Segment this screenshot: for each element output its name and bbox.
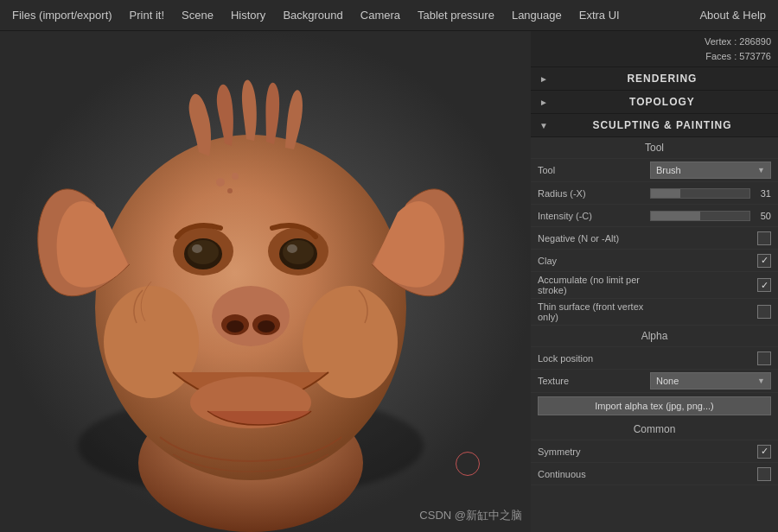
accumulate-checkbox[interactable]	[757, 278, 771, 292]
sculpting-title: SCULPTING & PAINTING	[555, 119, 769, 131]
menu-print[interactable]: Print it!	[121, 0, 173, 31]
radius-label: Radius (-X)	[538, 188, 650, 199]
alpha-subsection-label: Alpha	[531, 326, 778, 347]
svg-point-7	[188, 240, 219, 264]
svg-point-16	[258, 320, 275, 332]
menu-about[interactable]: About & Help	[691, 0, 775, 31]
accumulate-value	[650, 278, 771, 292]
intensity-value: 50	[650, 211, 771, 221]
svg-point-22	[227, 188, 233, 193]
sculpting-arrow: ▼	[539, 121, 548, 130]
lock-position-checkbox[interactable]	[757, 352, 771, 365]
svg-point-20	[216, 178, 225, 187]
menu-background[interactable]: Background	[274, 0, 351, 31]
radius-slider-container[interactable]: 31	[650, 188, 771, 199]
main-area: CSDN @新缸中之脑 Vertex : 286890 Faces : 5737…	[0, 31, 778, 532]
tool-prop-row: Tool Brush ▼	[531, 159, 778, 182]
radius-slider-num: 31	[754, 188, 771, 199]
creature-canvas: CSDN @新缸中之脑	[0, 31, 531, 532]
svg-point-12	[212, 286, 290, 346]
menu-tablet[interactable]: Tablet pressure	[409, 0, 503, 31]
intensity-label: Intensity (-C)	[538, 211, 650, 221]
negative-prop-row: Negative (N or -Alt)	[531, 227, 778, 250]
faces-stat: Faces : 573776	[538, 49, 771, 64]
menu-files[interactable]: Files (import/export)	[3, 0, 121, 31]
texture-dropdown-value: None	[656, 376, 679, 386]
svg-point-10	[283, 240, 314, 264]
rendering-title: RENDERING	[555, 73, 769, 85]
lock-position-value	[650, 352, 771, 365]
texture-label: Texture	[538, 376, 650, 386]
common-subsection-label: Common	[531, 419, 778, 440]
radius-slider-fill	[651, 189, 680, 198]
texture-dropdown[interactable]: None ▼	[650, 372, 771, 390]
continuous-value	[650, 467, 771, 481]
clay-value	[650, 254, 771, 268]
viewport[interactable]: CSDN @新缸中之脑	[0, 31, 531, 532]
topology-section-header[interactable]: ► TOPOLOGY	[531, 91, 778, 114]
tool-subsection-label: Tool	[531, 137, 778, 159]
thin-surface-prop-row: Thin surface (front vertex only)	[531, 299, 778, 326]
thin-surface-label: Thin surface (front vertex only)	[538, 301, 650, 322]
lock-position-prop-row: Lock position	[531, 347, 778, 370]
intensity-slider-fill	[651, 212, 700, 220]
symmetry-value	[650, 445, 771, 459]
menu-history[interactable]: History	[222, 0, 274, 31]
negative-label: Negative (N or -Alt)	[538, 233, 650, 244]
intensity-prop-row: Intensity (-C) 50	[531, 205, 778, 227]
tool-dropdown-arrow: ▼	[757, 166, 765, 174]
tool-value: Brush ▼	[650, 162, 771, 179]
menu-scene[interactable]: Scene	[173, 0, 222, 31]
texture-prop-row: Texture None ▼	[531, 370, 778, 393]
thin-surface-checkbox[interactable]	[757, 305, 771, 319]
symmetry-label: Symmetry	[538, 446, 650, 457]
menu-extra-ui[interactable]: Extra UI	[571, 0, 628, 31]
rendering-section-header[interactable]: ► RENDERING	[531, 67, 778, 91]
clay-label: Clay	[538, 256, 650, 266]
negative-checkbox[interactable]	[757, 231, 771, 245]
continuous-prop-row: Continuous	[531, 463, 778, 485]
accumulate-label: Accumulate (no limit per stroke)	[538, 275, 650, 295]
accumulate-prop-row: Accumulate (no limit per stroke)	[531, 272, 778, 299]
continuous-label: Continuous	[538, 469, 650, 479]
import-alpha-button[interactable]: Import alpha tex (jpg, png...)	[538, 396, 771, 415]
clay-checkbox[interactable]	[757, 254, 771, 268]
watermark: CSDN @新缸中之脑	[419, 508, 522, 523]
continuous-checkbox[interactable]	[757, 467, 771, 481]
thin-surface-value	[650, 305, 771, 319]
lock-position-label: Lock position	[538, 353, 650, 364]
svg-point-21	[232, 173, 239, 180]
clay-prop-row: Clay	[531, 250, 778, 272]
sculpting-section-header[interactable]: ▼ SCULPTING & PAINTING	[531, 114, 778, 137]
menu-bar: Files (import/export) Print it! Scene Hi…	[0, 0, 778, 31]
tool-dropdown[interactable]: Brush ▼	[650, 162, 771, 179]
topology-arrow: ►	[539, 98, 548, 107]
symmetry-prop-row: Symmetry	[531, 440, 778, 463]
tool-dropdown-value: Brush	[656, 165, 681, 175]
symmetry-checkbox[interactable]	[757, 445, 771, 459]
vertex-stat: Vertex : 286890	[538, 35, 771, 49]
svg-point-11	[287, 244, 297, 253]
svg-point-15	[226, 320, 244, 332]
intensity-slider-container[interactable]: 50	[650, 211, 771, 221]
svg-point-8	[192, 244, 202, 253]
menu-camera[interactable]: Camera	[352, 0, 409, 31]
right-panel: Vertex : 286890 Faces : 573776 ► RENDERI…	[531, 31, 778, 532]
intensity-slider-bar[interactable]	[650, 211, 750, 221]
topology-title: TOPOLOGY	[555, 96, 769, 108]
radius-value: 31	[650, 188, 771, 199]
negative-value	[650, 231, 771, 245]
tool-label: Tool	[538, 165, 650, 175]
stats-bar: Vertex : 286890 Faces : 573776	[531, 31, 778, 67]
rendering-arrow: ►	[539, 74, 548, 84]
texture-value: None ▼	[650, 372, 771, 390]
intensity-slider-num: 50	[754, 211, 771, 221]
radius-prop-row: Radius (-X) 31	[531, 182, 778, 205]
menu-language[interactable]: Language	[503, 0, 571, 31]
texture-dropdown-arrow: ▼	[757, 377, 765, 385]
radius-slider-bar[interactable]	[650, 188, 750, 199]
